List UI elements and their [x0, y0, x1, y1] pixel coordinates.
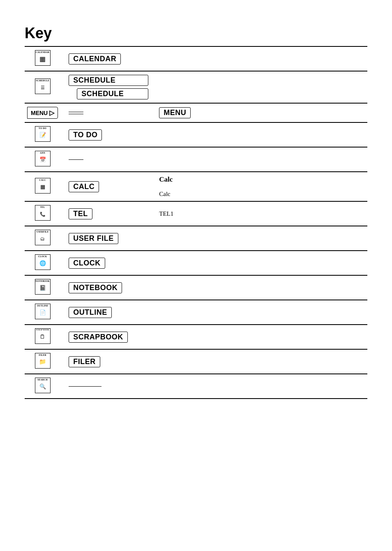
schedule-desc-cell — [151, 71, 367, 103]
calc-icon-cell: CALC ▦ — [25, 172, 60, 201]
table-row: MENU▷ MENU — [25, 103, 367, 122]
clock-icon-cell: CLOCK 🌐 — [25, 251, 60, 275]
search-icon: SEARCH 🔍 — [35, 378, 51, 393]
notebook-label-cell: NOTEBOOK — [60, 275, 151, 300]
ann-icon: ANN 📅 — [35, 151, 51, 166]
scrapbook-icon: SCRAP BOOK 🗒 — [35, 328, 51, 344]
calc-icon: CALC ▦ — [35, 178, 51, 194]
userfile-icon-label: USERFILE — [35, 231, 50, 233]
outline-icon-label: OUTLINE — [35, 304, 50, 307]
outline-label-cell: OUTLINE — [60, 300, 151, 325]
search-icon-cell: SEARCH 🔍 — [25, 374, 60, 399]
ann-desc-cell — [151, 147, 367, 172]
userfile-label-cell: USER FILE — [60, 226, 151, 251]
table-row: USERFILE 🗂 USER FILE — [25, 226, 367, 251]
calendar-desc-cell — [151, 46, 367, 71]
menu-icon-text: MENU — [31, 110, 48, 116]
search-label-cell — [60, 374, 151, 399]
notebook-icon: NOTEBOOK 📓 — [35, 279, 51, 295]
calendar-icon-cell: CALENDAR ▦ — [25, 46, 60, 71]
schedule-icon: SCHEDULE ☰ — [35, 78, 51, 94]
table-row: FILER 📁 FILER — [25, 349, 367, 374]
scrapbook-icon-cell: SCRAP BOOK 🗒 — [25, 325, 60, 349]
schedule-key-label-2: SCHEDULE — [77, 88, 148, 99]
notebook-desc-cell — [151, 275, 367, 300]
todo-icon-cell: TO DO 📝 — [25, 122, 60, 147]
tel-desc: TEL1 — [159, 210, 173, 217]
key-table: CALENDAR ▦ CALENDAR SCHEDULE ☰ SCHEDULE … — [25, 46, 367, 399]
calendar-label-cell: CALENDAR — [60, 46, 151, 71]
todo-desc-cell — [151, 122, 367, 147]
clock-icon: CLOCK 🌐 — [35, 254, 51, 270]
outline-icon: OUTLINE 📄 — [35, 304, 51, 319]
calc-key-label: CALC — [69, 181, 99, 192]
table-row: NOTEBOOK 📓 NOTEBOOK — [25, 275, 367, 300]
table-row: TO DO 📝 TO DO — [25, 122, 367, 147]
table-row: CALENDAR ▦ CALENDAR — [25, 46, 367, 71]
scrapbook-key-label: SCRAPBOOK — [69, 332, 128, 343]
calc-label-cell: CALC — [60, 172, 151, 201]
todo-label-cell: TO DO — [60, 122, 151, 147]
tel-icon-cell: TEL 📞 — [25, 201, 60, 226]
clock-key-label: CLOCK — [69, 258, 105, 269]
ann-label-cell — [60, 147, 151, 172]
schedule-key-label-1: SCHEDULE — [69, 75, 148, 86]
outline-desc-cell — [151, 300, 367, 325]
todo-icon: TO DO 📝 — [35, 126, 51, 142]
outline-icon-cell: OUTLINE 📄 — [25, 300, 60, 325]
calc-desc-cell: Calc Calc — [151, 172, 367, 201]
menu-label-cell — [60, 103, 151, 122]
schedule-label-cell: SCHEDULE SCHEDULE — [60, 71, 151, 103]
table-row: ANN 📅 — [25, 147, 367, 172]
page-title: Key — [25, 25, 367, 42]
ann-icon-cell: ANN 📅 — [25, 147, 60, 172]
filer-icon: FILER 📁 — [35, 353, 51, 369]
filer-label-cell: FILER — [60, 349, 151, 374]
filer-desc-cell — [151, 349, 367, 374]
notebook-key-label: NOTEBOOK — [69, 282, 122, 293]
table-row: SCHEDULE ☰ SCHEDULE SCHEDULE — [25, 71, 367, 103]
table-row: SCRAP BOOK 🗒 SCRAPBOOK — [25, 325, 367, 349]
userfile-icon: USERFILE 🗂 — [35, 230, 51, 245]
notebook-icon-label: NOTEBOOK — [35, 280, 50, 282]
todo-key-label: TO DO — [69, 129, 102, 141]
menu-desc-cell: MENU — [151, 103, 367, 122]
table-row: OUTLINE 📄 OUTLINE — [25, 300, 367, 325]
clock-desc-cell — [151, 251, 367, 275]
userfile-icon-cell: USERFILE 🗂 — [25, 226, 60, 251]
calc-desc-bold: Calc — [159, 175, 173, 183]
clock-label-cell: CLOCK — [60, 251, 151, 275]
scrapbook-label-cell: SCRAPBOOK — [60, 325, 151, 349]
tel-desc-cell: TEL1 — [151, 201, 367, 226]
calendar-key-label: CALENDAR — [69, 53, 121, 65]
outline-key-label: OUTLINE — [69, 307, 112, 318]
userfile-key-label: USER FILE — [69, 233, 118, 244]
calc-desc-2: Calc — [159, 191, 171, 197]
table-row: SEARCH 🔍 — [25, 374, 367, 399]
table-row: CLOCK 🌐 CLOCK — [25, 251, 367, 275]
search-line — [69, 386, 101, 387]
calendar-icon: CALENDAR ▦ — [35, 50, 51, 66]
menu-icon-cell: MENU▷ — [25, 103, 60, 122]
calendar-icon-label: CALENDAR — [35, 51, 50, 53]
scrapbook-desc-cell — [151, 325, 367, 349]
search-desc-cell — [151, 374, 367, 399]
schedule-icon-label: SCHEDULE — [35, 79, 50, 82]
filer-key-label: FILER — [69, 356, 100, 367]
tel-key-label: TEL — [69, 208, 92, 219]
table-row: CALC ▦ CALC Calc Calc — [25, 172, 367, 201]
schedule-icon-cell: SCHEDULE ☰ — [25, 71, 60, 103]
scrapbook-icon-label: SCRAP BOOK — [35, 329, 50, 331]
filer-icon-cell: FILER 📁 — [25, 349, 60, 374]
notebook-icon-cell: NOTEBOOK 📓 — [25, 275, 60, 300]
menu-key-label: MENU — [159, 107, 191, 118]
tel-label-cell: TEL — [60, 201, 151, 226]
table-row: TEL 📞 TEL TEL1 — [25, 201, 367, 226]
tel-icon: TEL 📞 — [35, 205, 51, 221]
userfile-desc-cell — [151, 226, 367, 251]
